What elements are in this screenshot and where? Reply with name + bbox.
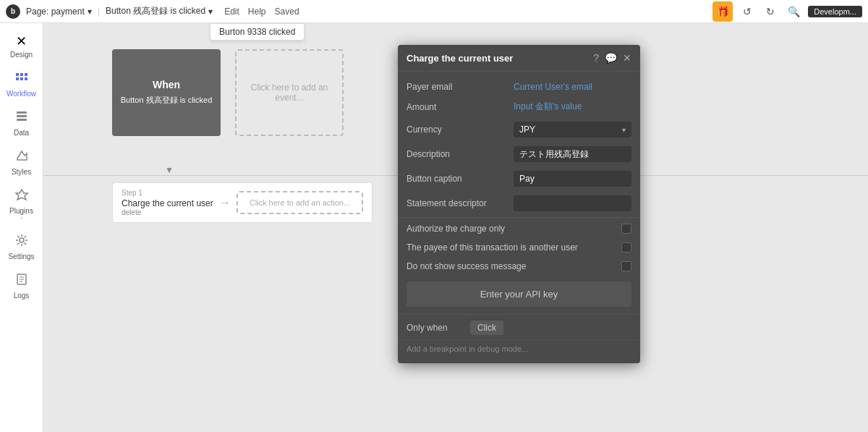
search-icon[interactable]: 🔍 [785,3,802,20]
trigger-selector[interactable]: Button 残高登録 is clicked ▾ [106,5,213,17]
sidebar-item-styles[interactable]: Styles [2,144,41,180]
modal-title: Charge the current user [407,53,513,64]
sidebar-item-design-label: Design [10,51,33,59]
currency-select[interactable]: JPY USD EUR [514,122,631,137]
sidebar-item-data-label: Data [14,129,29,137]
sidebar: ✕ Design Workflow Data Styles Plugins [0,23,43,432]
sidebar-item-settings[interactable]: Settings [2,229,41,265]
logs-icon [14,272,29,290]
sidebar-item-settings-label: Settings [8,253,34,261]
modal-body: Payer email Current User's email Amount … [398,72,640,363]
only-when-value[interactable]: Click [470,321,503,335]
expand-arrow: ▼ [165,165,174,175]
svg-rect-5 [25,77,27,80]
currency-label: Currency [407,124,508,135]
no-success-label: Do not show success message [407,261,616,271]
sidebar-item-plugins[interactable]: Plugins › [2,183,41,226]
trigger-dropdown-icon[interactable]: ▾ [208,7,213,17]
no-success-checkbox-row: Do not show success message [398,257,640,276]
topbar: b Page: payment ▾ | Button 残高登録 is click… [0,0,868,23]
statement-descriptor-label: Statement descriptor [407,198,508,208]
step-1-delete[interactable]: delete [122,208,213,216]
button-caption-input[interactable] [514,171,631,187]
gift-icon[interactable]: 🎁 [712,1,733,22]
sidebar-item-logs[interactable]: Logs [2,268,41,304]
currency-select-wrapper: JPY USD EUR ▾ [514,122,631,137]
add-event-block[interactable]: Click here to add an event... [235,49,344,136]
add-action-block[interactable]: Click here to add an action... [237,191,363,214]
no-success-checkbox[interactable] [621,261,631,271]
payer-email-value[interactable]: Current User's email [514,82,631,92]
currency-row: Currency JPY USD EUR ▾ [398,117,640,142]
svg-rect-2 [25,73,27,76]
saved-status: Saved [275,7,299,17]
payee-checkbox[interactable] [621,242,631,253]
data-icon [14,109,29,127]
statement-descriptor-input[interactable] [514,195,631,211]
modal-divider-2 [398,314,640,315]
design-icon: ✕ [16,33,27,49]
button-caption-label: Button caption [407,174,508,184]
modal-divider-1 [398,217,640,218]
step-arrow: → [219,196,231,209]
svg-rect-0 [16,73,19,76]
step-1-title: Charge the current user [122,198,213,208]
svg-rect-3 [16,77,19,80]
undo-icon[interactable]: ↺ [739,3,756,20]
svg-rect-8 [17,119,27,121]
payer-email-row: Payer email Current User's email [398,77,640,96]
settings-icon [14,233,29,251]
svg-rect-6 [17,111,27,114]
payer-email-label: Payer email [407,82,508,92]
when-label: When [153,79,180,90]
svg-rect-1 [20,73,23,76]
edit-link[interactable]: Edit [224,7,239,17]
page-label: Page: payment [26,7,85,17]
when-block: When Button 残高登録 is clicked [112,49,221,136]
only-when-label: Only when [407,323,464,333]
topbar-actions: Edit Help Saved [224,7,299,17]
plugins-icon [14,187,29,206]
sidebar-item-workflow[interactable]: Workflow [2,66,41,102]
redo-icon[interactable]: ↻ [762,3,779,20]
statement-descriptor-row: Statement descriptor [398,191,640,216]
description-input[interactable] [514,146,631,162]
steps-row: Step 1 Charge the current user delete → … [112,182,373,223]
only-when-row: Only when Click [398,316,640,339]
authorize-label: Authorize the charge only [407,224,616,234]
workflow-icon [14,70,29,88]
svg-rect-4 [20,77,23,80]
step-1-block[interactable]: Step 1 Charge the current user delete [122,189,213,216]
help-circle-icon[interactable]: ? [593,52,599,64]
styles-icon [14,148,29,166]
sidebar-item-data[interactable]: Data [2,105,41,141]
page-selector[interactable]: Page: payment ▾ [26,7,92,17]
comment-icon[interactable]: 💬 [605,52,617,64]
payee-checkbox-row: The payee of this transaction is another… [398,238,640,257]
charge-modal: Charge the current user ? 💬 ✕ Payer emai… [398,45,640,363]
sidebar-item-logs-label: Logs [14,292,30,300]
page-dropdown-icon[interactable]: ▾ [88,7,92,17]
authorize-checkbox[interactable] [621,224,631,234]
amount-row: Amount Input 金額's value [398,96,640,117]
sidebar-item-plugins-label: Plugins [9,207,33,215]
description-label: Description [407,149,508,159]
api-key-button[interactable]: Enter your API key [407,281,631,307]
payee-label: The payee of this transaction is another… [407,242,616,253]
dev-button[interactable]: Developm... [808,6,862,17]
separator: | [98,6,100,17]
svg-marker-9 [16,190,27,200]
svg-point-10 [20,238,24,242]
bottom-hint: Add a breakpoint in debug mode... [398,339,640,357]
when-description: Button 残高登録 is clicked [121,95,213,106]
close-icon[interactable]: ✕ [623,52,631,64]
sidebar-item-design[interactable]: ✕ Design [2,29,41,63]
burton-notification: Burton 9338 clicked [210,23,305,41]
trigger-label: Button 残高登録 is clicked [106,5,205,17]
modal-header-icons: ? 💬 ✕ [593,52,631,64]
amount-value[interactable]: Input 金額's value [514,101,631,113]
help-link[interactable]: Help [248,7,266,17]
svg-rect-7 [17,115,27,117]
canvas-area: Burton 9338 clicked When Button 残高登録 is … [43,23,868,432]
sidebar-item-styles-label: Styles [12,168,31,176]
